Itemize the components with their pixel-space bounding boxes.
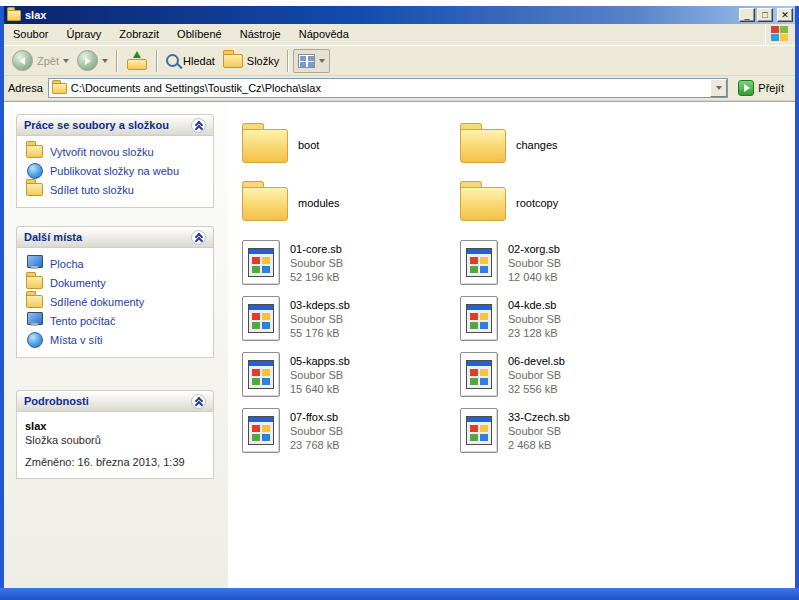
views-button[interactable] — [293, 49, 330, 73]
file-tile[interactable]: 01-core.sb Soubor SB 52 196 kB — [242, 240, 460, 296]
place-label: Plocha — [50, 258, 84, 270]
place-link[interactable]: Tento počítač — [24, 311, 209, 330]
views-dropdown-icon[interactable] — [319, 59, 325, 63]
file-type: Soubor SB — [290, 256, 343, 270]
file-type: Soubor SB — [508, 368, 565, 382]
go-label: Přejít — [758, 82, 784, 94]
details-header[interactable]: Podrobnosti — [16, 390, 214, 411]
file-tile[interactable]: 33-Czech.sb Soubor SB 2 468 kB — [460, 408, 678, 464]
address-bar: Adresa C:\Documents and Settings\Toustik… — [4, 76, 795, 101]
task-link[interactable]: Vytvořit novou složku — [24, 142, 209, 161]
explorer-window: slax _ □ ✕ Soubor Úpravy Zobrazit Oblíbe… — [0, 6, 799, 588]
go-button[interactable]: Přejít — [733, 78, 789, 98]
file-tile[interactable]: 06-devel.sb Soubor SB 32 556 kB — [460, 352, 678, 408]
file-tasks-header[interactable]: Práce se soubory a složkou — [16, 114, 214, 135]
file-size: 23 128 kB — [508, 326, 561, 340]
file-size: 55 176 kB — [290, 326, 350, 340]
search-button[interactable]: Hledat — [162, 48, 219, 74]
menu-bar: Soubor Úpravy Zobrazit Oblíbené Nástroje… — [4, 24, 795, 46]
title-bar[interactable]: slax _ □ ✕ — [4, 6, 795, 24]
menu-item[interactable]: Zobrazit — [110, 24, 168, 45]
sb-file-icon — [460, 408, 498, 453]
panel-file-tasks: Práce se soubory a složkou Vytvořit novo… — [16, 114, 214, 208]
publish-icon — [26, 164, 43, 177]
folder-tile[interactable]: changes — [460, 116, 678, 174]
place-link[interactable]: Dokumenty — [24, 273, 209, 292]
file-type: Soubor SB — [290, 424, 343, 438]
up-button[interactable] — [122, 48, 152, 74]
file-name: 04-kde.sb — [508, 298, 561, 312]
window-folder-icon — [7, 10, 21, 21]
forward-dropdown-icon[interactable] — [102, 59, 108, 63]
share-icon — [26, 183, 43, 196]
menu-item[interactable]: Nápověda — [290, 24, 358, 45]
task-pane: Práce se soubory a složkou Vytvořit novo… — [4, 102, 228, 588]
file-name: 07-ffox.sb — [290, 410, 343, 424]
file-name: 05-kapps.sb — [290, 354, 350, 368]
file-name: 33-Czech.sb — [508, 410, 570, 424]
details-title: Podrobnosti — [24, 395, 89, 407]
address-text: C:\Documents and Settings\Toustik_Cz\Plo… — [71, 82, 706, 94]
back-dropdown-icon[interactable] — [63, 59, 69, 63]
task-link[interactable]: Sdílet tuto složku — [24, 180, 209, 199]
place-label: Sdílené dokumenty — [50, 296, 144, 308]
file-tile[interactable]: 02-xorg.sb Soubor SB 12 040 kB — [460, 240, 678, 296]
back-button[interactable]: Zpět — [8, 48, 73, 74]
folder-tile[interactable]: rootcopy — [460, 174, 678, 232]
collapse-chevron-icon[interactable] — [191, 394, 206, 409]
back-icon — [12, 50, 33, 71]
address-input[interactable]: C:\Documents and Settings\Toustik_Cz\Plo… — [48, 78, 728, 98]
address-dropdown-button[interactable] — [710, 79, 727, 97]
computer-icon — [26, 314, 43, 327]
file-tile[interactable]: 03-kdeps.sb Soubor SB 55 176 kB — [242, 296, 460, 352]
file-tile[interactable]: 04-kde.sb Soubor SB 23 128 kB — [460, 296, 678, 352]
place-label: Tento počítač — [50, 315, 115, 327]
toolbar-separator — [116, 50, 118, 72]
forward-button[interactable] — [73, 48, 112, 74]
folder-name: boot — [298, 138, 319, 152]
place-link[interactable]: Místa v síti — [24, 330, 209, 349]
screen: slax _ □ ✕ Soubor Úpravy Zobrazit Oblíbe… — [0, 0, 799, 600]
sb-file-icon — [460, 240, 498, 285]
shared-docs-icon — [26, 295, 43, 308]
taskbar[interactable] — [0, 588, 799, 600]
address-folder-icon — [52, 83, 67, 94]
panel-other-places: Další místa Plocha — [16, 226, 214, 358]
menu-item[interactable]: Soubor — [4, 24, 57, 45]
place-link[interactable]: Sdílené dokumenty — [24, 292, 209, 311]
collapse-chevron-icon[interactable] — [191, 118, 206, 133]
menu-item[interactable]: Úpravy — [57, 24, 110, 45]
file-size: 52 196 kB — [290, 270, 343, 284]
other-places-title: Další místa — [24, 231, 82, 243]
other-places-header[interactable]: Další místa — [16, 226, 214, 247]
file-name: 01-core.sb — [290, 242, 343, 256]
search-label: Hledat — [183, 55, 215, 67]
file-tasks-title: Práce se soubory a složkou — [24, 119, 169, 131]
file-type: Soubor SB — [290, 312, 350, 326]
sb-file-icon — [460, 296, 498, 341]
place-link[interactable]: Plocha — [24, 254, 209, 273]
windows-flag-icon — [771, 26, 790, 43]
folder-icon — [460, 129, 506, 163]
collapse-chevron-icon[interactable] — [191, 230, 206, 245]
folders-button[interactable]: Složky — [219, 48, 283, 74]
task-link[interactable]: Publikovat složky na webu — [24, 161, 209, 180]
go-arrow-icon — [738, 80, 754, 96]
task-label: Sdílet tuto složku — [50, 184, 134, 196]
folder-icon — [460, 187, 506, 221]
menu-item[interactable]: Nástroje — [231, 24, 290, 45]
maximize-button[interactable]: □ — [757, 8, 773, 22]
file-name: 02-xorg.sb — [508, 242, 561, 256]
folder-tile[interactable]: modules — [242, 174, 460, 232]
file-type: Soubor SB — [508, 312, 561, 326]
new-folder-icon — [26, 145, 43, 158]
minimize-button[interactable]: _ — [739, 8, 755, 22]
panel-details: Podrobnosti slax Složka souborů Změněno:… — [16, 390, 214, 479]
close-button[interactable]: ✕ — [777, 8, 793, 22]
file-type: Soubor SB — [508, 256, 561, 270]
folder-tile[interactable]: boot — [242, 116, 460, 174]
file-tile[interactable]: 07-ffox.sb Soubor SB 23 768 kB — [242, 408, 460, 464]
menu-item[interactable]: Oblíbené — [168, 24, 231, 45]
file-tile[interactable]: 05-kapps.sb Soubor SB 15 640 kB — [242, 352, 460, 408]
place-label: Dokumenty — [50, 277, 106, 289]
